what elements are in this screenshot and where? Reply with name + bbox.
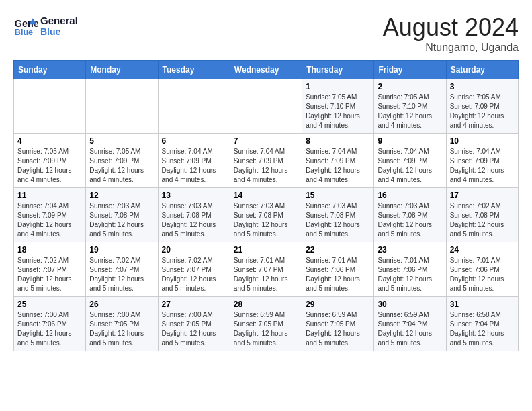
- day-info: Sunrise: 7:03 AM Sunset: 7:08 PM Dayligh…: [306, 201, 370, 239]
- day-number: 23: [378, 245, 442, 255]
- day-info: Sunrise: 6:59 AM Sunset: 7:05 PM Dayligh…: [306, 310, 370, 348]
- calendar-cell: 2Sunrise: 7:05 AM Sunset: 7:10 PM Daylig…: [374, 79, 446, 134]
- weekday-header: Friday: [374, 61, 446, 79]
- day-info: Sunrise: 7:05 AM Sunset: 7:10 PM Dayligh…: [306, 93, 370, 130]
- day-info: Sunrise: 7:02 AM Sunset: 7:08 PM Dayligh…: [450, 201, 515, 239]
- calendar-cell: [14, 79, 86, 134]
- day-number: 4: [17, 136, 82, 146]
- day-number: 8: [306, 136, 370, 146]
- calendar-week-row: 11Sunrise: 7:04 AM Sunset: 7:09 PM Dayli…: [14, 188, 519, 242]
- day-info: Sunrise: 7:05 AM Sunset: 7:09 PM Dayligh…: [450, 93, 515, 130]
- day-number: 24: [450, 245, 515, 255]
- calendar-table: SundayMondayTuesdayWednesdayThursdayFrid…: [13, 60, 519, 351]
- logo-line1: General: [40, 15, 78, 26]
- day-info: Sunrise: 6:59 AM Sunset: 7:05 PM Dayligh…: [234, 310, 298, 348]
- day-number: 7: [234, 136, 298, 146]
- day-number: 16: [378, 191, 442, 200]
- calendar-week-row: 1Sunrise: 7:05 AM Sunset: 7:10 PM Daylig…: [14, 79, 519, 134]
- day-number: 12: [89, 191, 154, 200]
- day-number: 13: [162, 191, 226, 200]
- day-info: Sunrise: 7:01 AM Sunset: 7:07 PM Dayligh…: [234, 256, 298, 293]
- weekday-header: Wednesday: [230, 61, 302, 79]
- day-info: Sunrise: 7:03 AM Sunset: 7:08 PM Dayligh…: [162, 201, 226, 239]
- calendar-cell: 4Sunrise: 7:05 AM Sunset: 7:09 PM Daylig…: [14, 134, 86, 188]
- day-info: Sunrise: 7:05 AM Sunset: 7:09 PM Dayligh…: [17, 147, 82, 185]
- day-info: Sunrise: 7:01 AM Sunset: 7:06 PM Dayligh…: [306, 256, 370, 293]
- calendar-cell: 26Sunrise: 7:00 AM Sunset: 7:05 PM Dayli…: [86, 297, 158, 351]
- day-number: 5: [89, 136, 154, 146]
- day-info: Sunrise: 7:01 AM Sunset: 7:06 PM Dayligh…: [450, 256, 515, 293]
- title-block: August 2024 Ntungamo, Uganda: [383, 13, 519, 54]
- day-number: 26: [89, 300, 154, 309]
- calendar-cell: 8Sunrise: 7:04 AM Sunset: 7:09 PM Daylig…: [302, 134, 374, 188]
- calendar-cell: [230, 79, 302, 134]
- day-info: Sunrise: 6:59 AM Sunset: 7:04 PM Dayligh…: [378, 310, 442, 348]
- location: Ntungamo, Uganda: [383, 42, 519, 54]
- calendar-cell: 1Sunrise: 7:05 AM Sunset: 7:10 PM Daylig…: [302, 79, 374, 134]
- day-number: 1: [306, 82, 370, 91]
- calendar-cell: 23Sunrise: 7:01 AM Sunset: 7:06 PM Dayli…: [374, 242, 446, 297]
- month-year: August 2024: [383, 13, 519, 42]
- calendar-cell: 17Sunrise: 7:02 AM Sunset: 7:08 PM Dayli…: [446, 188, 518, 242]
- day-info: Sunrise: 7:03 AM Sunset: 7:08 PM Dayligh…: [89, 201, 154, 239]
- calendar-cell: 7Sunrise: 7:04 AM Sunset: 7:09 PM Daylig…: [230, 134, 302, 188]
- calendar-cell: 12Sunrise: 7:03 AM Sunset: 7:08 PM Dayli…: [86, 188, 158, 242]
- weekday-header: Thursday: [302, 61, 374, 79]
- calendar-cell: 6Sunrise: 7:04 AM Sunset: 7:09 PM Daylig…: [158, 134, 230, 188]
- day-number: 15: [306, 191, 370, 200]
- day-number: 31: [450, 300, 515, 309]
- day-number: 10: [450, 136, 515, 146]
- day-info: Sunrise: 7:03 AM Sunset: 7:08 PM Dayligh…: [234, 201, 298, 239]
- calendar-cell: 9Sunrise: 7:04 AM Sunset: 7:09 PM Daylig…: [374, 134, 446, 188]
- weekday-header: Monday: [86, 61, 158, 79]
- day-number: 17: [450, 191, 515, 200]
- day-number: 29: [306, 300, 370, 309]
- day-number: 18: [17, 245, 82, 255]
- day-info: Sunrise: 7:04 AM Sunset: 7:09 PM Dayligh…: [17, 201, 82, 239]
- calendar-cell: 29Sunrise: 6:59 AM Sunset: 7:05 PM Dayli…: [302, 297, 374, 351]
- day-number: 2: [378, 82, 442, 91]
- calendar-cell: 3Sunrise: 7:05 AM Sunset: 7:09 PM Daylig…: [446, 79, 518, 134]
- calendar-cell: 21Sunrise: 7:01 AM Sunset: 7:07 PM Dayli…: [230, 242, 302, 297]
- logo-line2: Blue: [40, 26, 78, 37]
- calendar-cell: 20Sunrise: 7:02 AM Sunset: 7:07 PM Dayli…: [158, 242, 230, 297]
- day-info: Sunrise: 7:01 AM Sunset: 7:06 PM Dayligh…: [378, 256, 442, 293]
- calendar-cell: [158, 79, 230, 134]
- calendar-cell: 15Sunrise: 7:03 AM Sunset: 7:08 PM Dayli…: [302, 188, 374, 242]
- calendar-cell: 5Sunrise: 7:05 AM Sunset: 7:09 PM Daylig…: [86, 134, 158, 188]
- weekday-header: Saturday: [446, 61, 518, 79]
- day-info: Sunrise: 6:58 AM Sunset: 7:04 PM Dayligh…: [450, 310, 515, 348]
- day-info: Sunrise: 7:00 AM Sunset: 7:06 PM Dayligh…: [17, 310, 82, 348]
- calendar-cell: 10Sunrise: 7:04 AM Sunset: 7:09 PM Dayli…: [446, 134, 518, 188]
- day-info: Sunrise: 7:04 AM Sunset: 7:09 PM Dayligh…: [234, 147, 298, 185]
- day-number: 19: [89, 245, 154, 255]
- calendar-cell: 27Sunrise: 7:00 AM Sunset: 7:05 PM Dayli…: [158, 297, 230, 351]
- calendar-cell: [86, 79, 158, 134]
- weekday-header: Sunday: [14, 61, 86, 79]
- day-info: Sunrise: 7:05 AM Sunset: 7:09 PM Dayligh…: [89, 147, 154, 185]
- calendar-cell: 22Sunrise: 7:01 AM Sunset: 7:06 PM Dayli…: [302, 242, 374, 297]
- calendar-cell: 18Sunrise: 7:02 AM Sunset: 7:07 PM Dayli…: [14, 242, 86, 297]
- calendar-cell: 28Sunrise: 6:59 AM Sunset: 7:05 PM Dayli…: [230, 297, 302, 351]
- weekday-header-row: SundayMondayTuesdayWednesdayThursdayFrid…: [14, 61, 519, 79]
- day-info: Sunrise: 7:05 AM Sunset: 7:10 PM Dayligh…: [378, 93, 442, 130]
- logo-icon: General Blue: [13, 13, 38, 38]
- logo: General Blue General Blue: [13, 13, 78, 38]
- day-number: 22: [306, 245, 370, 255]
- day-info: Sunrise: 7:02 AM Sunset: 7:07 PM Dayligh…: [89, 256, 154, 293]
- day-info: Sunrise: 7:04 AM Sunset: 7:09 PM Dayligh…: [378, 147, 442, 185]
- day-info: Sunrise: 7:00 AM Sunset: 7:05 PM Dayligh…: [89, 310, 154, 348]
- day-info: Sunrise: 7:03 AM Sunset: 7:08 PM Dayligh…: [378, 201, 442, 239]
- day-number: 27: [162, 300, 226, 309]
- calendar-cell: 19Sunrise: 7:02 AM Sunset: 7:07 PM Dayli…: [86, 242, 158, 297]
- day-info: Sunrise: 7:02 AM Sunset: 7:07 PM Dayligh…: [17, 256, 82, 293]
- day-number: 14: [234, 191, 298, 200]
- calendar-cell: 13Sunrise: 7:03 AM Sunset: 7:08 PM Dayli…: [158, 188, 230, 242]
- svg-text:Blue: Blue: [15, 28, 33, 37]
- weekday-header: Tuesday: [158, 61, 230, 79]
- calendar-week-row: 4Sunrise: 7:05 AM Sunset: 7:09 PM Daylig…: [14, 134, 519, 188]
- day-number: 25: [17, 300, 82, 309]
- calendar-cell: 24Sunrise: 7:01 AM Sunset: 7:06 PM Dayli…: [446, 242, 518, 297]
- calendar-week-row: 18Sunrise: 7:02 AM Sunset: 7:07 PM Dayli…: [14, 242, 519, 297]
- day-number: 30: [378, 300, 442, 309]
